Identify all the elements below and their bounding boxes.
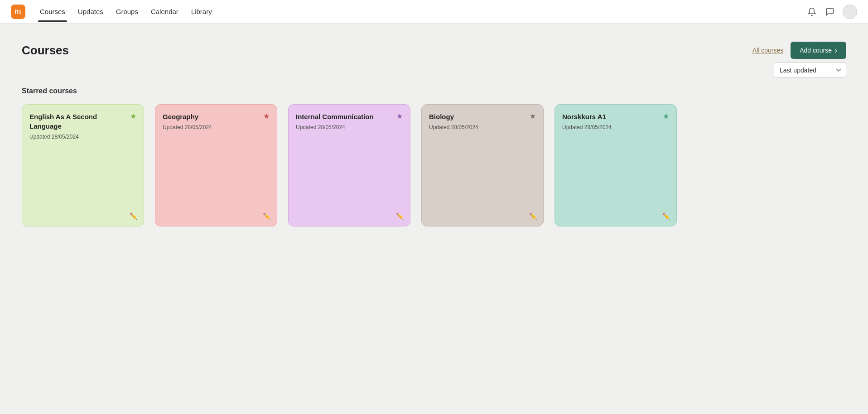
app-logo[interactable]: its <box>11 5 25 19</box>
chat-icon[interactable] <box>825 6 835 17</box>
user-avatar[interactable] <box>843 5 857 19</box>
course-card-norskkurs[interactable]: Norskkurs A1 ★ Updated 28/05/2024 ✏️ <box>555 104 677 226</box>
course-title: Geography <box>163 112 263 121</box>
course-card-biology[interactable]: Biology ★ Updated 28/05/2024 ✏️ <box>421 104 544 226</box>
course-title: Internal Communication <box>296 112 396 121</box>
card-header: Internal Communication ★ <box>296 112 403 121</box>
courses-grid: English As A Second Language ★ Updated 2… <box>22 104 846 226</box>
nav-link-calendar[interactable]: Calendar <box>145 1 184 22</box>
edit-icon[interactable]: ✏️ <box>263 212 270 220</box>
course-date: Updated 28/05/2024 <box>29 134 136 140</box>
card-header: Biology ★ <box>429 112 536 121</box>
nav-right <box>806 5 857 19</box>
sort-row: Last updated Alphabetical Date created <box>22 63 846 78</box>
sort-select[interactable]: Last updated Alphabetical Date created <box>774 63 846 78</box>
card-header: Norskkurs A1 ★ <box>562 112 669 121</box>
course-title: Norskkurs A1 <box>562 112 663 121</box>
star-icon[interactable]: ★ <box>663 112 669 120</box>
course-title: Biology <box>429 112 530 121</box>
edit-icon[interactable]: ✏️ <box>130 212 137 220</box>
bell-icon[interactable] <box>806 6 817 17</box>
card-header: English As A Second Language ★ <box>29 112 136 131</box>
course-card-internal-communication[interactable]: Internal Communication ★ Updated 28/05/2… <box>288 104 410 226</box>
card-header: Geography ★ <box>163 112 270 121</box>
star-icon[interactable]: ★ <box>263 112 270 120</box>
starred-section-title: Starred courses <box>22 87 846 95</box>
star-icon[interactable]: ★ <box>130 112 136 120</box>
course-date: Updated 28/05/2024 <box>296 124 403 130</box>
nav-link-library[interactable]: Library <box>186 1 217 22</box>
nav-link-groups[interactable]: Groups <box>111 1 144 22</box>
course-card-english[interactable]: English As A Second Language ★ Updated 2… <box>22 104 144 226</box>
course-title: English As A Second Language <box>29 112 130 131</box>
course-date: Updated 28/05/2024 <box>429 124 536 130</box>
course-card-geography[interactable]: Geography ★ Updated 28/05/2024 ✏️ <box>155 104 277 226</box>
nav-link-courses[interactable]: Courses <box>34 1 71 22</box>
all-courses-link[interactable]: All courses <box>752 47 783 54</box>
edit-icon[interactable]: ✏️ <box>662 212 670 220</box>
nav-link-updates[interactable]: Updates <box>72 1 109 22</box>
nav-links: Courses Updates Groups Calendar Library <box>34 1 806 22</box>
add-course-button[interactable]: Add course <box>791 42 846 59</box>
page-header: Courses All courses Add course <box>22 42 846 59</box>
course-date: Updated 28/05/2024 <box>562 124 669 130</box>
edit-icon[interactable]: ✏️ <box>396 212 404 220</box>
page-title: Courses <box>22 43 69 58</box>
course-date: Updated 28/05/2024 <box>163 124 270 130</box>
navbar: its Courses Updates Groups Calendar Libr… <box>0 0 868 24</box>
star-icon[interactable]: ★ <box>396 112 403 120</box>
edit-icon[interactable]: ✏️ <box>529 212 537 220</box>
star-icon[interactable]: ★ <box>530 112 536 120</box>
header-actions: All courses Add course <box>752 42 846 59</box>
main-content: Courses All courses Add course Last upda… <box>0 24 868 245</box>
